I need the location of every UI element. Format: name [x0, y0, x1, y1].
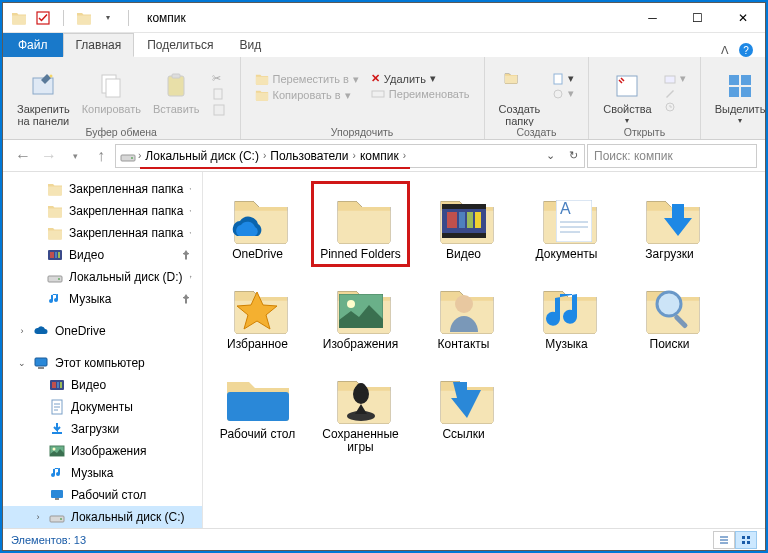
breadcrumb[interactable]: › Локальный диск (C:) › Пользователи › к… — [115, 144, 585, 168]
file-view[interactable]: OneDrivePinned FoldersВидеоAДокументыЗаг… — [203, 172, 765, 528]
edit-button[interactable] — [660, 86, 690, 100]
svg-rect-42 — [442, 233, 486, 238]
folder-item[interactable]: Сохраненные игры — [312, 362, 409, 460]
pin-icon — [180, 249, 192, 261]
tree-item[interactable]: Видео — [3, 374, 202, 396]
paste-shortcut-button[interactable] — [208, 102, 230, 118]
cut-icon: ✂ — [212, 72, 221, 85]
pin-quickaccess-button[interactable]: Закрепить на панели быстрого доступа — [13, 69, 74, 126]
search-icon — [635, 276, 705, 336]
qat-dropdown-icon[interactable]: ▾ — [100, 10, 116, 26]
view-icons-button[interactable] — [735, 531, 757, 549]
folder-item[interactable]: Избранное — [209, 272, 306, 356]
tab-home[interactable]: Главная — [63, 33, 135, 57]
easy-access-button[interactable]: ▾ — [548, 86, 578, 101]
properties-button[interactable]: Свойства▾ — [599, 69, 655, 126]
tree-item-onedrive[interactable]: ›OneDrive — [3, 320, 202, 342]
breadcrumb-seg[interactable]: Локальный диск (C:) — [143, 149, 261, 163]
video-icon — [47, 247, 63, 263]
svg-rect-17 — [729, 87, 739, 97]
qat-properties-icon[interactable] — [35, 10, 51, 26]
tree-label: Локальный диск (D:) — [69, 270, 183, 284]
folder-item[interactable]: Ссылки — [415, 362, 512, 460]
tree-item-pinned[interactable]: Закрепленная папка — [3, 178, 202, 200]
tree-item-pinned[interactable]: Закрепленная папка — [3, 200, 202, 222]
svg-rect-37 — [55, 498, 59, 500]
folder-item[interactable]: Pinned Folders — [312, 182, 409, 266]
tree-item[interactable]: ›Локальный диск (C:) — [3, 506, 202, 528]
open-button[interactable]: ▾ — [660, 71, 690, 86]
folder-item[interactable]: Поиски — [621, 272, 718, 356]
svg-rect-7 — [214, 89, 222, 99]
svg-rect-27 — [35, 358, 47, 366]
breadcrumb-dropdown-icon[interactable]: ⌄ — [540, 149, 561, 162]
folder-item[interactable]: Видео — [415, 182, 512, 266]
history-button[interactable] — [660, 100, 690, 114]
nav-up-button[interactable]: ↑ — [89, 144, 113, 168]
tree-label: Изображения — [71, 444, 146, 458]
svg-rect-43 — [447, 212, 457, 228]
delete-button[interactable]: ✕Удалить ▾ — [367, 71, 474, 86]
folder-item[interactable]: AДокументы — [518, 182, 615, 266]
folder-item[interactable]: Изображения — [312, 272, 409, 356]
svg-rect-4 — [106, 79, 120, 97]
maximize-button[interactable]: ☐ — [675, 3, 720, 33]
new-folder-button[interactable]: Создать папку — [495, 69, 545, 126]
tree-item[interactable]: Музыка — [3, 462, 202, 484]
tree-item-pinned[interactable]: Музыка — [3, 288, 202, 310]
svg-rect-41 — [442, 204, 486, 209]
paste-button[interactable]: Вставить — [149, 69, 204, 117]
cut-button[interactable]: ✂ — [208, 71, 230, 86]
svg-point-52 — [657, 292, 681, 316]
tree-item[interactable]: Рабочий стол — [3, 484, 202, 506]
nav-tree[interactable]: Закрепленная папкаЗакрепленная папкаЗакр… — [3, 172, 203, 528]
tree-item[interactable]: Загрузки — [3, 418, 202, 440]
close-button[interactable]: ✕ — [720, 3, 765, 33]
rename-button[interactable]: Переименовать — [367, 86, 474, 102]
svg-rect-10 — [554, 74, 562, 84]
tree-item-pinned[interactable]: Локальный диск (D:) — [3, 266, 202, 288]
tab-share[interactable]: Поделиться — [134, 33, 226, 57]
tree-item-thispc[interactable]: ⌄Этот компьютер — [3, 352, 202, 374]
tree-label: Закрепленная папка — [69, 182, 183, 196]
move-to-button[interactable]: Переместить в ▾ — [251, 71, 363, 87]
view-details-button[interactable] — [713, 531, 735, 549]
ribbon-tabs: Файл Главная Поделиться Вид ᐱ ? — [3, 33, 765, 57]
tab-view[interactable]: Вид — [226, 33, 274, 57]
search-input[interactable]: Поиск: компик — [587, 144, 757, 168]
open-group-label: Открыть — [624, 126, 665, 139]
tree-item[interactable]: Документы — [3, 396, 202, 418]
desktop-icon — [223, 366, 293, 426]
qat-folder-icon[interactable] — [76, 10, 92, 26]
folder-item[interactable]: Загрузки — [621, 182, 718, 266]
help-icon[interactable]: ? — [739, 43, 753, 57]
copy-button[interactable]: Копировать — [78, 69, 145, 117]
tree-item[interactable]: Изображения — [3, 440, 202, 462]
tree-item-pinned[interactable]: Закрепленная папка — [3, 222, 202, 244]
select-button[interactable]: Выделить▾ — [711, 69, 765, 126]
refresh-icon[interactable]: ↻ — [563, 149, 584, 162]
nav-forward-button[interactable]: → — [37, 144, 61, 168]
svg-point-11 — [554, 90, 562, 98]
item-count: Элементов: 13 — [11, 534, 86, 546]
breadcrumb-seg[interactable]: Пользователи — [268, 149, 350, 163]
tab-file[interactable]: Файл — [3, 33, 63, 57]
folder-item[interactable]: Музыка — [518, 272, 615, 356]
nav-recent-button[interactable]: ▾ — [63, 144, 87, 168]
folder-app-icon — [11, 10, 27, 26]
breadcrumb-seg[interactable]: компик — [358, 149, 401, 163]
folder-item[interactable]: OneDrive — [209, 182, 306, 266]
ribbon-collapse-icon[interactable]: ᐱ — [721, 44, 729, 57]
folder-item[interactable]: Рабочий стол — [209, 362, 306, 460]
tree-item-pinned[interactable]: Видео — [3, 244, 202, 266]
folder-item[interactable]: Контакты — [415, 272, 512, 356]
svg-rect-46 — [475, 212, 481, 228]
new-item-button[interactable]: ▾ — [548, 71, 578, 86]
copy-to-button[interactable]: Копировать в ▾ — [251, 87, 363, 103]
clipboard-group-label: Буфер обмена — [86, 126, 157, 139]
svg-rect-5 — [168, 76, 184, 96]
minimize-button[interactable]: ─ — [630, 3, 675, 33]
games-icon — [326, 366, 396, 426]
nav-back-button[interactable]: ← — [11, 144, 35, 168]
copy-path-button[interactable] — [208, 86, 230, 102]
